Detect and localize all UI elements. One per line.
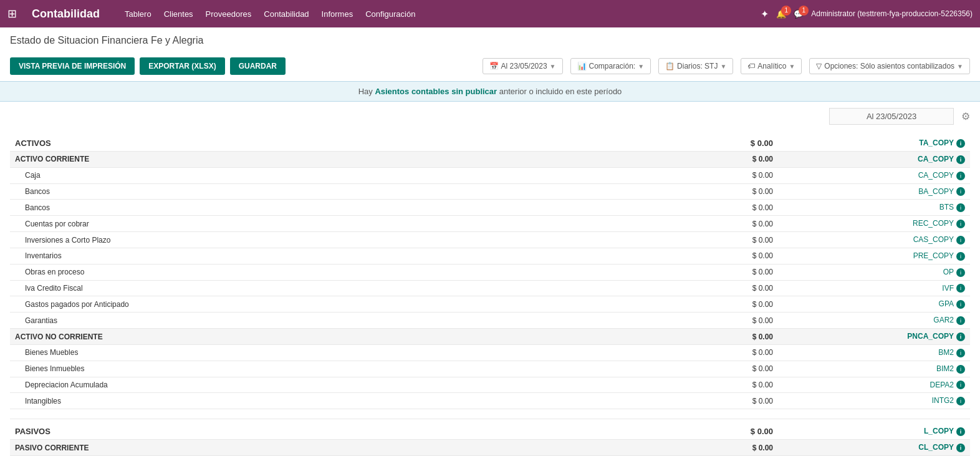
chat-icon[interactable]: 💬 1 — [794, 9, 804, 19]
chevron-down-icon4: ▼ — [789, 63, 795, 70]
row-amount: $ 0.00 — [586, 419, 778, 440]
table-row: Depreciacion Acumulada $ 0.00 DEPA2i — [10, 377, 970, 393]
info-icon[interactable]: i — [956, 252, 965, 261]
info-icon[interactable]: i — [956, 300, 965, 309]
report-area: Al 23/05/2023 ⚙ ACTIVOS $ 0.00 TA_COPYi … — [0, 102, 980, 456]
analitico-filter[interactable]: 🏷 Analítico ▼ — [741, 58, 802, 74]
nav-informes[interactable]: Informes — [322, 9, 353, 19]
info-icon[interactable]: i — [956, 172, 965, 180]
row-code: L_COPYi — [778, 419, 970, 440]
row-label: PASIVOS — [10, 419, 586, 440]
chart-icon: 📊 — [577, 62, 587, 70]
row-amount: $ 0.00 — [586, 296, 778, 313]
row-amount: $ 0.00 — [586, 131, 778, 152]
table-row: Garantias $ 0.00 GAR2i — [10, 313, 970, 329]
row-code: BIM2i — [778, 361, 970, 377]
app-grid-icon[interactable]: ⊞ — [7, 7, 17, 21]
row-label: Cuentas por cobrar — [10, 216, 586, 232]
date-filter[interactable]: 📅 Al 23/05/2023 ▼ — [483, 58, 563, 74]
save-button[interactable]: GUARDAR — [230, 57, 286, 75]
row-label: Bancos — [10, 200, 586, 216]
nav-tablero[interactable]: Tablero — [125, 9, 151, 19]
info-icon[interactable]: i — [956, 139, 965, 148]
report-container: ACTIVOS $ 0.00 TA_COPYi ACTIVO CORRIENTE… — [10, 131, 970, 456]
info-icon[interactable]: i — [956, 365, 965, 374]
table-row: Gastos pagados por Anticipado $ 0.00 GPA… — [10, 296, 970, 313]
info-icon[interactable]: i — [956, 349, 965, 357]
table-row: ACTIVO CORRIENTE $ 0.00 CA_COPYi — [10, 152, 970, 168]
bell-icon[interactable]: 🔔 1 — [776, 9, 786, 19]
date-filter-label: Al 23/05/2023 — [501, 62, 547, 70]
table-row: Caja $ 0.00 CA_COPYi — [10, 167, 970, 183]
opciones-filter[interactable]: ▽ Opciones: Sólo asientos contabilizados… — [809, 58, 970, 74]
info-icon[interactable]: i — [956, 284, 965, 293]
comparison-filter[interactable]: 📊 Comparación: ▼ — [570, 58, 651, 74]
report-settings-icon[interactable]: ⚙ — [961, 110, 970, 122]
table-row: Bancos $ 0.00 BTSi — [10, 200, 970, 216]
export-button[interactable]: EXPORTAR (XLSX) — [140, 57, 224, 75]
info-icon[interactable]: i — [956, 268, 965, 277]
opciones-filter-label: Opciones: Sólo asientos contabilizados — [824, 62, 954, 70]
row-code: PRE_COPYi — [778, 248, 970, 264]
row-amount: $ 0.00 — [586, 232, 778, 248]
row-code: PNCA_COPYi — [778, 329, 970, 345]
row-amount: $ 0.00 — [586, 344, 778, 361]
info-icon[interactable]: i — [956, 236, 965, 245]
table-row: ACTIVO NO CORRIENTE $ 0.00 PNCA_COPYi — [10, 329, 970, 345]
table-row: PASIVO CORRIENTE $ 0.00 CL_COPYi — [10, 440, 970, 456]
row-label: Bienes Inmuebles — [10, 361, 586, 377]
spacer-row — [10, 409, 970, 419]
chevron-down-icon: ▼ — [550, 63, 556, 70]
info-icon[interactable]: i — [956, 427, 965, 436]
nav-proveedores[interactable]: Proveedores — [206, 9, 252, 19]
info-icon[interactable]: i — [956, 444, 965, 452]
row-label: Bienes Muebles — [10, 344, 586, 361]
row-code: GAR2i — [778, 313, 970, 329]
row-amount: $ 0.00 — [586, 248, 778, 264]
info-icon[interactable]: i — [956, 397, 965, 405]
nav-links: Tablero Clientes Proveedores Contabilida… — [125, 9, 748, 19]
table-row: Inversiones a Corto Plazo $ 0.00 CAS_COP… — [10, 232, 970, 248]
info-icon[interactable]: i — [956, 155, 965, 164]
banner-link[interactable]: Asientos contables sin publicar — [375, 87, 497, 96]
nav-configuracion[interactable]: Configuración — [365, 9, 415, 19]
row-amount: $ 0.00 — [586, 280, 778, 296]
diarios-filter[interactable]: 📋 Diarios: STJ ▼ — [658, 58, 733, 74]
info-icon[interactable]: i — [956, 381, 965, 389]
row-label: Depreciacion Acumulada — [10, 377, 586, 393]
row-amount: $ 0.00 — [586, 167, 778, 183]
row-code: DEPA2i — [778, 377, 970, 393]
row-code: CL_COPYi — [778, 440, 970, 456]
user-info[interactable]: Administrator (testtrem-fya-produccion-5… — [811, 9, 973, 18]
row-label: Iva Credito Fiscal — [10, 280, 586, 296]
row-code: BA_COPYi — [778, 183, 970, 200]
row-code: BTSi — [778, 200, 970, 216]
row-code: CA_COPYi — [778, 167, 970, 183]
chevron-down-icon5: ▼ — [957, 63, 963, 70]
nav-clientes[interactable]: Clientes — [164, 9, 193, 19]
table-row: Cuentas por cobrar $ 0.00 REC_COPYi — [10, 216, 970, 232]
app-title: Contabilidad — [32, 7, 100, 21]
chevron-down-icon3: ▼ — [720, 63, 726, 70]
row-amount: $ 0.00 — [586, 377, 778, 393]
table-row: Inventarios $ 0.00 PRE_COPYi — [10, 248, 970, 264]
preview-button[interactable]: VISTA PREVIA DE IMPRESIÓN — [10, 57, 135, 75]
row-code: CAS_COPYi — [778, 232, 970, 248]
page-title: Estado de Situacion Financiera Fe y Aleg… — [10, 35, 970, 46]
row-amount: $ 0.00 — [586, 361, 778, 377]
row-amount: $ 0.00 — [586, 183, 778, 200]
table-row: Bienes Muebles $ 0.00 BM2i — [10, 344, 970, 361]
report-date-header: Al 23/05/2023 ⚙ — [10, 108, 970, 125]
info-icon[interactable]: i — [956, 203, 965, 212]
row-amount: $ 0.00 — [586, 216, 778, 232]
info-icon[interactable]: i — [956, 332, 965, 341]
table-row: Iva Credito Fiscal $ 0.00 IVFi — [10, 280, 970, 296]
nav-contabilidad[interactable]: Contabilidad — [264, 9, 309, 19]
row-amount: $ 0.00 — [586, 329, 778, 345]
chat-badge: 1 — [799, 6, 809, 16]
info-icon[interactable]: i — [956, 187, 965, 196]
info-icon[interactable]: i — [956, 220, 965, 228]
settings-icon[interactable]: ✦ — [761, 8, 769, 20]
info-icon[interactable]: i — [956, 316, 965, 325]
table-row: ACTIVOS $ 0.00 TA_COPYi — [10, 131, 970, 152]
